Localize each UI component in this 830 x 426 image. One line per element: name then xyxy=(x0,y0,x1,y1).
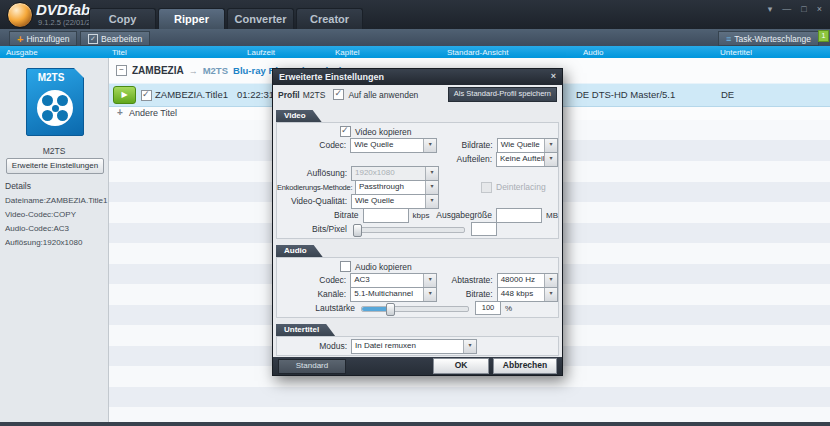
collapse-icon[interactable]: − xyxy=(116,65,127,76)
video-bitrate-input[interactable] xyxy=(363,208,409,223)
title-checkbox[interactable] xyxy=(141,90,152,101)
bits-pixel-slider[interactable] xyxy=(353,224,465,235)
detail-resolution: Auflösung:1920x1080 xyxy=(5,238,82,247)
dialog-title: Erweiterte Einstellungen xyxy=(279,72,384,82)
edit-button[interactable]: ✓ Bearbeiten xyxy=(80,31,150,46)
cancel-button[interactable]: Abbrechen xyxy=(493,358,557,374)
resolution-label: Auflösung: xyxy=(277,168,351,178)
slider-thumb[interactable] xyxy=(353,224,362,237)
slider-thumb[interactable] xyxy=(386,303,395,316)
audio-codec-dropdown[interactable]: AC3 ▾ xyxy=(350,273,437,288)
detail-filename: Dateiname:ZAMBEZIA.Title1 xyxy=(5,196,107,205)
audio-codec-label: Codec: xyxy=(277,275,350,285)
dvdfab-window: DVDfab 9.1.2.5 (22/01/2014) Copy Ripper … xyxy=(0,0,830,426)
chevron-down-icon: ▾ xyxy=(544,274,557,287)
chevron-down-icon: ▾ xyxy=(544,288,557,301)
col-ausgabe: Ausgabe xyxy=(6,48,38,57)
output-sidebar: M2TS M2TS Erweiterte Einstellungen Detai… xyxy=(0,58,109,422)
task-queue-button[interactable]: ≡ Task-Warteschlange xyxy=(718,31,819,46)
dvdfab-logo-icon xyxy=(7,2,33,28)
framerate-dropdown[interactable]: Wie Quelle ▾ xyxy=(497,138,558,153)
arrow-right-icon: → xyxy=(189,66,198,76)
encoding-method-dropdown[interactable]: Passthrough ▾ xyxy=(355,180,439,195)
page-fold xyxy=(74,68,84,78)
split-label: Aufteilen: xyxy=(438,154,496,164)
video-quality-dropdown[interactable]: Wie Quelle ▾ xyxy=(351,194,439,209)
volume-value[interactable]: 100 xyxy=(475,301,501,315)
audio-bitrate-dropdown[interactable]: 448 kbps ▾ xyxy=(497,287,558,302)
group-source: ZAMBEZIA xyxy=(132,65,184,76)
col-standard: Standard-Ansicht xyxy=(447,48,508,57)
video-quality-label: Video-Qualität: xyxy=(277,196,351,206)
encoding-method-label: Enkodierungs-Methode: xyxy=(277,183,355,192)
tab-ripper[interactable]: Ripper xyxy=(158,8,225,30)
title-subtitle: DE xyxy=(721,89,734,100)
column-header-bar: Ausgabe Titel Laufzeit Kapitel Standard-… xyxy=(0,46,830,58)
split-dropdown[interactable]: Keine Aufteilung ▾ xyxy=(496,152,558,167)
chevron-down-icon: ▾ xyxy=(463,340,476,353)
output-size-unit: MB xyxy=(542,211,558,220)
chevron-down-icon: ▾ xyxy=(544,139,557,152)
standard-button[interactable]: Standard xyxy=(278,359,346,374)
deinterlacing-label: Deinterlacing xyxy=(496,182,546,192)
output-size-input[interactable] xyxy=(496,208,542,223)
edit-button-label: Bearbeiten xyxy=(101,34,142,44)
profile-value: M2TS xyxy=(303,90,326,100)
file-icon-label: M2TS xyxy=(27,72,75,83)
detail-audiocodec: Audio-Codec:AC3 xyxy=(5,224,69,233)
task-queue-label: Task-Warteschlange xyxy=(734,34,811,44)
apply-all-checkbox[interactable] xyxy=(333,89,344,100)
chevron-down-icon: ▾ xyxy=(425,181,438,194)
deinterlacing-checkbox xyxy=(481,182,492,193)
subtitle-panel: Modus: In Datei remuxen ▾ xyxy=(276,336,559,356)
app-brand: DVDfab xyxy=(36,1,90,18)
audio-bitrate-label: Bitrate: xyxy=(439,289,496,299)
samplerate-dropdown[interactable]: 48000 Hz ▾ xyxy=(497,273,558,288)
volume-unit: % xyxy=(505,304,512,313)
subtitle-mode-dropdown[interactable]: In Datei remuxen ▾ xyxy=(351,339,477,354)
title-duration: 01:22:31 xyxy=(237,89,274,100)
video-panel: Video kopieren Codec: Wie Quelle ▾ Bildr… xyxy=(276,122,559,239)
channels-dropdown[interactable]: 5.1-Multichannel ▾ xyxy=(350,287,437,302)
audio-copy-label: Audio kopieren xyxy=(355,262,412,272)
subtitle-section-tab: Untertitel xyxy=(276,324,335,336)
video-codec-dropdown[interactable]: Wie Quelle ▾ xyxy=(350,138,437,153)
output-format-label: M2TS xyxy=(0,146,108,156)
audio-section-tab: Audio xyxy=(276,245,323,257)
menu-arrow-icon[interactable]: ▾ xyxy=(768,4,773,14)
ok-button[interactable]: OK xyxy=(433,358,489,374)
dialog-footer: Standard OK Abbrechen xyxy=(273,357,562,375)
tab-creator[interactable]: Creator xyxy=(296,8,363,30)
add-button[interactable]: + Hinzufügen xyxy=(9,31,77,46)
edit-icon: ✓ xyxy=(88,34,98,44)
video-copy-label: Video kopieren xyxy=(355,127,412,137)
play-button[interactable]: ▶ xyxy=(113,86,136,104)
video-copy-checkbox[interactable] xyxy=(340,126,351,137)
maximize-icon[interactable]: □ xyxy=(801,4,806,14)
save-default-profile-button[interactable]: Als Standard-Profil speichern xyxy=(448,87,557,102)
col-audio: Audio xyxy=(583,48,603,57)
bits-pixel-value[interactable] xyxy=(471,222,497,236)
add-other-titles-label: Andere Titel xyxy=(129,108,177,118)
window-controls: ▾ — □ × xyxy=(768,4,822,14)
audio-copy-checkbox[interactable] xyxy=(340,261,351,272)
plus-icon: + xyxy=(117,107,123,118)
profile-label: Profil xyxy=(278,90,300,100)
col-kapitel: Kapitel xyxy=(335,48,359,57)
advanced-settings-button[interactable]: Erweiterte Einstellungen xyxy=(6,158,104,174)
tab-copy[interactable]: Copy xyxy=(89,8,156,30)
tab-converter[interactable]: Converter xyxy=(227,8,294,30)
audio-panel: Audio kopieren Codec: AC3 ▾ Abtastrate: … xyxy=(276,257,559,318)
close-icon[interactable]: × xyxy=(817,4,822,14)
col-untertitel: Untertitel xyxy=(720,48,752,57)
group-target-format: M2TS xyxy=(203,65,228,76)
volume-slider[interactable] xyxy=(361,303,469,314)
m2ts-file-icon: M2TS xyxy=(26,68,84,136)
minimize-icon[interactable]: — xyxy=(782,4,791,14)
output-size-label: Ausgabegröße xyxy=(430,210,497,220)
chevron-down-icon: ▾ xyxy=(425,195,438,208)
close-icon[interactable]: × xyxy=(551,69,556,84)
main-tabs: Copy Ripper Converter Creator xyxy=(89,8,363,30)
apply-all-label: Auf alle anwenden xyxy=(348,90,418,100)
subtitle-mode-label: Modus: xyxy=(277,341,351,351)
